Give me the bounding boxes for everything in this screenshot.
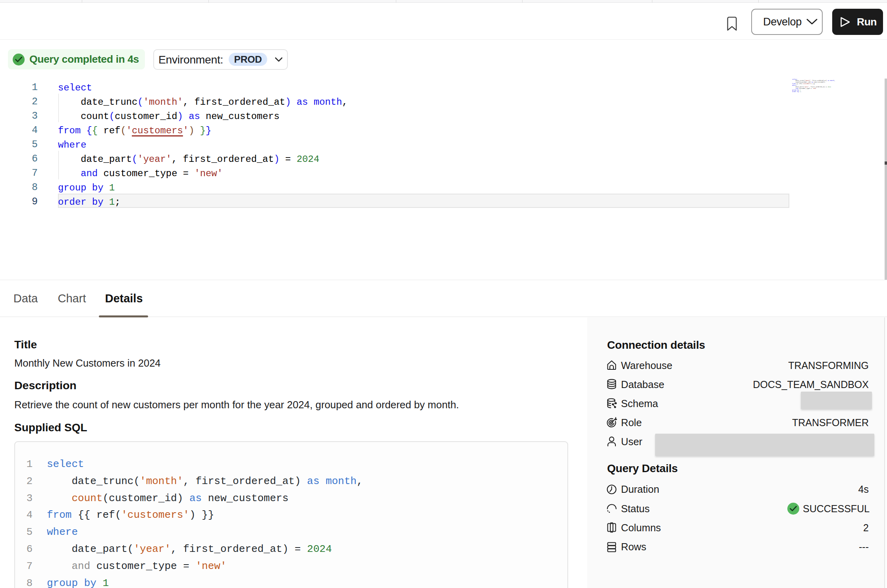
svg-text:from {{ ref('customers') }}: from {{ ref('customers') }} xyxy=(792,83,815,85)
svg-text:order by 1;: order by 1; xyxy=(792,91,801,92)
svg-text:and customer_type = 'new': and customer_type = 'new' xyxy=(792,88,817,89)
svg-text:group by 1: group by 1 xyxy=(792,89,800,91)
svg-text:select: select xyxy=(792,79,797,80)
svg-text:date_trunc('month', first_orde: date_trunc('month', first_ordered_at) as… xyxy=(792,80,835,81)
svg-text:where: where xyxy=(792,85,796,86)
svg-text:count(customer_id) as new_cust: count(customer_id) as new_customers xyxy=(792,81,825,83)
svg-text:date_part('year', first_ordere: date_part('year', first_ordered_at) = 20… xyxy=(792,86,831,88)
